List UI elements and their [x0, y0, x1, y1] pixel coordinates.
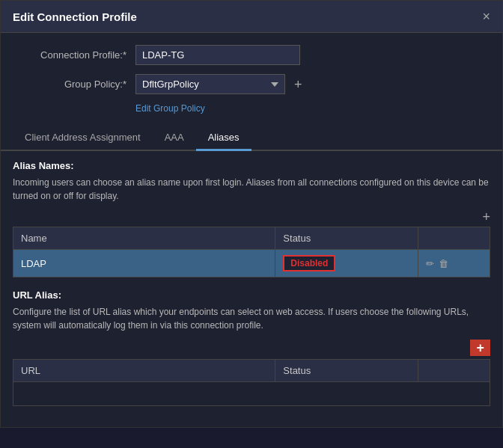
url-alias-table: URL Status — [13, 359, 490, 406]
tabs-bar: Client Address Assignment AAA Aliases — [1, 126, 502, 151]
alias-action-icons: ✏ 🗑 — [426, 258, 482, 269]
alias-name-col-header: Name — [13, 227, 275, 250]
group-policy-add-button[interactable]: + — [291, 78, 305, 91]
modal-container: Edit Connection Profile × Connection Pro… — [0, 0, 503, 428]
group-policy-row: Group Policy:* DfltGrpPolicy + — [16, 74, 487, 94]
alias-actions-cell: ✏ 🗑 — [418, 250, 490, 277]
alias-actions-col-header — [418, 227, 490, 250]
alias-status-cell: Disabled — [275, 250, 418, 277]
modal-title: Edit Connection Profile — [13, 10, 137, 23]
tab-client-address[interactable]: Client Address Assignment — [13, 126, 153, 151]
content-area: Alias Names: Incoming users can choose a… — [1, 151, 502, 427]
alias-names-title: Alias Names: — [13, 160, 490, 171]
modal-header: Edit Connection Profile × — [1, 1, 502, 33]
url-alias-title: URL Alias: — [13, 289, 490, 301]
url-alias-add-button[interactable]: + — [470, 340, 490, 356]
alias-names-tbody: LDAP Disabled ✏ 🗑 — [13, 250, 490, 277]
url-alias-thead: URL Status — [13, 360, 490, 382]
tab-aaa[interactable]: AAA — [153, 126, 196, 151]
url-status-col-header: Status — [275, 360, 418, 382]
connection-profile-input[interactable] — [135, 45, 300, 65]
group-policy-select[interactable]: DfltGrpPolicy — [135, 74, 285, 94]
edit-group-policy-link[interactable]: Edit Group Policy — [135, 103, 487, 114]
tab-aliases[interactable]: Aliases — [196, 126, 252, 151]
url-empty-cell — [13, 382, 490, 406]
alias-names-table: Name Status LDAP Disabled ✏ — [13, 227, 490, 277]
url-alias-tbody — [13, 382, 490, 406]
url-actions-col-header — [418, 360, 490, 382]
alias-names-section: Alias Names: Incoming users can choose a… — [13, 160, 490, 277]
connection-profile-row: Connection Profile:* — [16, 45, 487, 65]
status-badge: Disabled — [283, 255, 335, 271]
group-policy-label: Group Policy:* — [16, 79, 135, 90]
modal-close-button[interactable]: × — [482, 10, 490, 23]
alias-names-header-row: + — [13, 210, 490, 224]
url-alias-description: Configure the list of URL alias which yo… — [13, 305, 490, 332]
url-alias-header-row: + — [13, 340, 490, 356]
alias-names-header-row-tr: Name Status — [13, 227, 490, 250]
url-alias-header-row-tr: URL Status — [13, 360, 490, 382]
url-url-col-header: URL — [13, 360, 275, 382]
alias-edit-button[interactable]: ✏ — [426, 258, 434, 269]
alias-names-description: Incoming users can choose an alias name … — [13, 176, 490, 203]
table-row[interactable]: LDAP Disabled ✏ 🗑 — [13, 250, 490, 277]
form-section: Connection Profile:* Group Policy:* Dflt… — [1, 33, 502, 126]
group-policy-select-wrap: DfltGrpPolicy + — [135, 74, 305, 94]
url-empty-row — [13, 382, 490, 406]
alias-delete-button[interactable]: 🗑 — [439, 258, 448, 269]
connection-profile-label: Connection Profile:* — [16, 49, 135, 61]
alias-status-col-header: Status — [275, 227, 418, 250]
alias-names-thead: Name Status — [13, 227, 490, 250]
alias-names-add-button[interactable]: + — [482, 210, 490, 224]
alias-name-cell: LDAP — [13, 250, 275, 277]
url-alias-section: URL Alias: Configure the list of URL ali… — [13, 289, 490, 406]
